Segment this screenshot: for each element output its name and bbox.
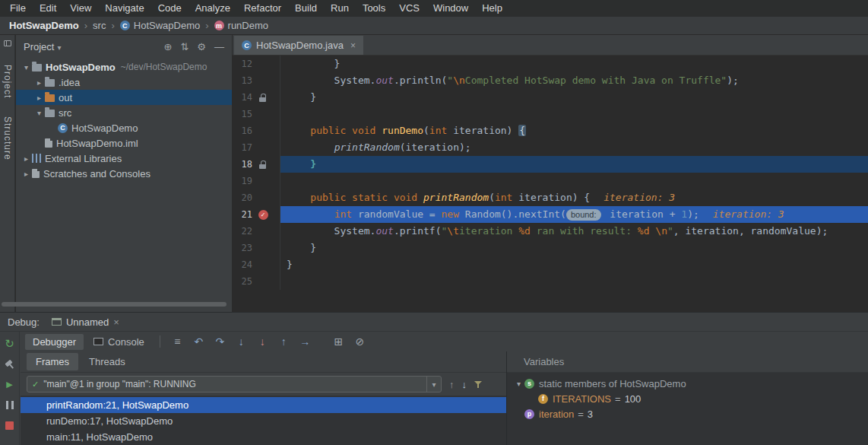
tab-frames[interactable]: Frames bbox=[27, 353, 78, 370]
step-over-button[interactable] bbox=[211, 333, 230, 350]
filter-icon[interactable] bbox=[474, 380, 483, 389]
thread-selector[interactable]: "main"@1 in group "main": RUNNING bbox=[27, 376, 442, 393]
force-step-into-button[interactable] bbox=[253, 333, 272, 350]
step-into-button[interactable] bbox=[232, 333, 251, 350]
code-segment: ran with result: bbox=[531, 225, 638, 237]
chevron-right-icon[interactable]: ▸ bbox=[33, 94, 45, 102]
step-out-button[interactable] bbox=[274, 333, 293, 350]
breadcrumb-separator: › bbox=[111, 20, 114, 31]
menu-item-code[interactable]: Code bbox=[151, 0, 188, 17]
settings-icon[interactable] bbox=[197, 41, 206, 52]
arrow-down-icon[interactable] bbox=[462, 379, 467, 390]
folder-icon bbox=[45, 79, 55, 87]
field-icon: f bbox=[538, 394, 548, 404]
menu-item-view[interactable]: View bbox=[63, 0, 98, 17]
tool-button-project[interactable]: Project bbox=[2, 65, 13, 98]
project-view-selector[interactable]: Project bbox=[24, 41, 62, 52]
code-line-23[interactable]: 23 } bbox=[233, 240, 868, 256]
code-segment: ); bbox=[687, 208, 699, 220]
code-line-14[interactable]: 14 } bbox=[233, 89, 868, 106]
chevron-down-icon[interactable]: ▾ bbox=[513, 380, 524, 388]
tree-item-path: ~/dev/HotSwapDemo bbox=[121, 62, 207, 72]
tree-item-hotswapdemo[interactable]: ▾HotSwapDemo~/dev/HotSwapDemo bbox=[16, 59, 232, 75]
close-icon[interactable]: × bbox=[350, 40, 356, 51]
breadcrumb-label: runDemo bbox=[228, 20, 268, 31]
tree-item-hotswapdemo[interactable]: CHotSwapDemo bbox=[16, 120, 232, 135]
breadcrumb-item-rundemo[interactable]: mrunDemo bbox=[214, 20, 268, 31]
code-area[interactable]: 12 }13 System.out.println("\nCompleted H… bbox=[233, 56, 868, 312]
locate-icon[interactable] bbox=[164, 41, 173, 52]
code-text bbox=[280, 273, 868, 290]
menu-item-file[interactable]: File bbox=[3, 0, 33, 17]
stop-button[interactable] bbox=[2, 419, 17, 432]
code-line-16[interactable]: 16 public void runDemo(int iteration) { bbox=[233, 122, 868, 139]
hide-icon[interactable] bbox=[214, 41, 224, 52]
tab-threads[interactable]: Threads bbox=[80, 353, 135, 370]
breadcrumb-item-hotswapdemo[interactable]: HotSwapDemo bbox=[9, 20, 79, 31]
tree-item-src[interactable]: ▾src bbox=[16, 105, 232, 120]
variable-row[interactable]: piteration=3 bbox=[507, 406, 868, 421]
menu-item-tools[interactable]: Tools bbox=[356, 0, 392, 17]
resume-button[interactable] bbox=[2, 378, 17, 391]
arrow-up-icon[interactable] bbox=[449, 379, 455, 390]
menu-item-navigate[interactable]: Navigate bbox=[98, 0, 150, 17]
code-segment: \t bbox=[447, 225, 459, 237]
frame-row[interactable]: runDemo:17, HotSwapDemo bbox=[21, 413, 506, 429]
editor-tab[interactable]: C HotSwapDemo.java × bbox=[234, 36, 363, 55]
menu-item-window[interactable]: Window bbox=[426, 0, 475, 17]
menu-bar: FileEditViewNavigateCodeAnalyzeRefactorB… bbox=[0, 0, 868, 17]
code-line-24[interactable]: 24} bbox=[233, 256, 868, 273]
restore-layout-button[interactable] bbox=[168, 333, 187, 350]
code-line-20[interactable]: 20 public static void printRandom(int it… bbox=[233, 189, 868, 206]
code-line-19[interactable]: 19 bbox=[233, 173, 868, 189]
code-line-12[interactable]: 12 } bbox=[233, 56, 868, 72]
show-execution-point-button[interactable] bbox=[189, 333, 208, 350]
code-line-15[interactable]: 15 bbox=[233, 106, 868, 122]
chevron-right-icon[interactable]: ▸ bbox=[21, 154, 32, 163]
code-line-13[interactable]: 13 System.out.println("\nCompleted HotSw… bbox=[233, 72, 868, 89]
tab-console[interactable]: Console bbox=[86, 334, 152, 350]
code-line-22[interactable]: 22 System.out.printf("\titeration %d ran… bbox=[233, 223, 868, 240]
close-icon[interactable]: × bbox=[113, 316, 119, 328]
menu-item-vcs[interactable]: VCS bbox=[392, 0, 426, 17]
code-line-18[interactable]: 18 } bbox=[233, 156, 868, 173]
debug-session-tab[interactable]: Unnamed × bbox=[52, 316, 119, 328]
variable-row[interactable]: fITERATIONS=100 bbox=[507, 391, 868, 406]
tree-item-idea[interactable]: ▸.idea bbox=[16, 75, 232, 90]
rerun-button[interactable] bbox=[2, 337, 17, 350]
view-breakpoints-button[interactable] bbox=[329, 333, 348, 350]
menu-item-edit[interactable]: Edit bbox=[33, 0, 63, 17]
tab-debugger[interactable]: Debugger bbox=[25, 334, 84, 350]
menu-item-run[interactable]: Run bbox=[324, 0, 356, 17]
breadcrumb-item-src[interactable]: src bbox=[93, 20, 106, 31]
breakpoint-icon[interactable] bbox=[258, 210, 268, 220]
variable-row[interactable]: ▾sstatic members of HotSwapDemo bbox=[507, 376, 868, 391]
menu-item-help[interactable]: Help bbox=[475, 0, 509, 17]
pause-button[interactable] bbox=[2, 399, 17, 412]
project-horizontal-scrollbar[interactable] bbox=[2, 302, 227, 307]
hammer-button[interactable] bbox=[2, 358, 17, 370]
tree-item-scratches-and-consoles[interactable]: ▸Scratches and Consoles bbox=[16, 166, 232, 181]
tree-item-hotswapdemo-iml[interactable]: HotSwapDemo.iml bbox=[16, 135, 232, 151]
menu-item-refactor[interactable]: Refactor bbox=[237, 0, 288, 17]
code-line-21[interactable]: 21 int randomValue = new Random().nextIn… bbox=[233, 206, 868, 223]
code-line-25[interactable]: 25 bbox=[233, 273, 868, 290]
collapse-all-icon[interactable] bbox=[180, 41, 188, 52]
tree-item-out[interactable]: ▸out bbox=[16, 90, 232, 105]
dropdown-arrow-icon[interactable] bbox=[426, 377, 441, 392]
breadcrumb-item-hotswapdemo[interactable]: CHotSwapDemo bbox=[120, 20, 200, 31]
chevron-down-icon[interactable]: ▾ bbox=[21, 63, 32, 72]
run-to-cursor-button[interactable] bbox=[296, 333, 315, 350]
tree-item-label: HotSwapDemo.iml bbox=[56, 138, 138, 149]
mute-breakpoints-button[interactable] bbox=[350, 333, 369, 350]
code-line-17[interactable]: 17 printRandom(iteration); bbox=[233, 139, 868, 156]
frame-row[interactable]: printRandom:21, HotSwapDemo bbox=[21, 397, 506, 413]
menu-item-analyze[interactable]: Analyze bbox=[188, 0, 237, 17]
tree-item-external-libraries[interactable]: ▸External Libraries bbox=[16, 151, 232, 166]
tool-button-structure[interactable]: Structure bbox=[2, 116, 13, 161]
chevron-down-icon[interactable]: ▾ bbox=[33, 109, 45, 117]
chevron-right-icon[interactable]: ▸ bbox=[33, 78, 45, 87]
menu-item-build[interactable]: Build bbox=[288, 0, 324, 17]
frame-row[interactable]: main:11, HotSwapDemo bbox=[21, 429, 506, 445]
chevron-right-icon[interactable]: ▸ bbox=[21, 170, 32, 178]
